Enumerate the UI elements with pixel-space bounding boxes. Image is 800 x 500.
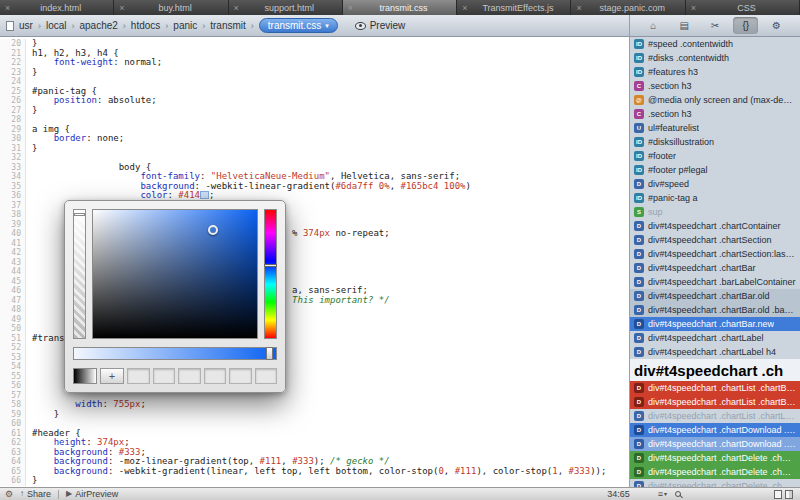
empty-swatch-well[interactable] (229, 368, 252, 384)
navigator-item[interactable]: Ddiv#speed (630, 177, 800, 191)
code-line[interactable]: 60 (0, 419, 629, 429)
navigator-item[interactable]: Ddiv#t4speedchart .chartDelete .chartBar… (630, 465, 800, 479)
navigator-item[interactable]: Ddiv#t4speedchart .chartSection:last-chi… (630, 247, 800, 261)
code-token: position (54, 95, 97, 105)
list-menu-button[interactable]: ≡ ▾ (658, 488, 667, 500)
empty-swatch-well[interactable] (204, 368, 227, 384)
navigator-item[interactable]: Ddiv#t4speedchart .chartBar.new (630, 317, 800, 331)
code-line[interactable]: 22 font-weight: normal; (0, 58, 629, 68)
breadcrumb-item[interactable]: usr (19, 20, 33, 31)
navigator-item[interactable]: Ddiv#t4speedchart .chartBar.old (630, 289, 800, 303)
current-file-pill[interactable]: transmit.css ▾ (259, 18, 338, 33)
navigator-item[interactable]: ID#panic-tag a (630, 191, 800, 205)
navigator-item[interactable]: Ddiv#t4speedchart .chartList .chartBar.n… (630, 381, 800, 395)
navigator-item[interactable]: Uul#featurelist (630, 121, 800, 135)
pages-icon[interactable]: ▤ (672, 17, 697, 34)
navigator-item[interactable]: Ddiv#t4speedchart .chartLabel (630, 331, 800, 345)
navigator-item[interactable]: ID#features h3 (630, 65, 800, 79)
home-icon[interactable]: ⌂ (641, 17, 666, 34)
saturation-brightness-area[interactable] (92, 209, 258, 339)
breadcrumb-item[interactable]: panic (173, 20, 197, 31)
tab-close-icon[interactable]: × (119, 1, 124, 15)
add-swatch-button[interactable]: + (100, 368, 124, 384)
tab-transmit.css[interactable]: ×transmit.css (343, 0, 457, 15)
navigator-item[interactable]: ID#footer p#legal (630, 163, 800, 177)
navigator-item[interactable]: ID#footer (630, 149, 800, 163)
code-line[interactable]: 27} (0, 106, 629, 116)
navigator-item[interactable]: Ddiv#t4speedchart .chartList .chartLabel… (630, 409, 800, 423)
airpreview-button[interactable]: ▶ AirPreview (66, 488, 118, 500)
hue-slider-knob[interactable] (264, 264, 277, 267)
line-number: 26 (0, 96, 26, 106)
single-page-view-icon[interactable] (774, 490, 782, 499)
tab-TransmitEffects.js[interactable]: ×TransmitEffects.js (457, 0, 571, 15)
navigator-item[interactable]: Ddiv#t4speedchart .chartDelete .chartLab… (630, 479, 800, 487)
navigator-item[interactable]: C.section h3 (630, 107, 800, 121)
tab-close-icon[interactable]: × (576, 1, 581, 15)
navigator-item[interactable]: Ssup (630, 205, 800, 219)
navigator-icon[interactable]: {} (733, 17, 758, 34)
code-token (32, 466, 54, 476)
clips-icon[interactable]: ✂ (702, 17, 727, 34)
navigator-item[interactable]: Ddiv#t4speedchart .chartSection (630, 233, 800, 247)
navigator-item[interactable]: Ddiv#t4speedchart .chartLabel h4 (630, 345, 800, 359)
hue-slider[interactable] (264, 209, 277, 339)
navigator-item[interactable]: Ddiv#t4speedchart .chartContainer (630, 219, 800, 233)
navigator-item[interactable]: C.section h3 (630, 79, 800, 93)
tab-close-icon[interactable]: × (691, 1, 696, 15)
tab-close-icon[interactable]: × (348, 1, 353, 15)
navigator-item[interactable]: Ddiv#t4speedchart .chartDelete .chartBar… (630, 451, 800, 465)
zoom-icon[interactable] (675, 491, 681, 497)
code-line[interactable]: 28 (0, 115, 629, 125)
code-token: a img { (32, 124, 70, 134)
breadcrumb-item[interactable]: local (46, 20, 67, 31)
shade-slider[interactable] (73, 347, 277, 360)
tab-close-icon[interactable]: × (234, 1, 239, 15)
navigator-item[interactable]: div#t4speedchart .ch (630, 359, 800, 381)
color-cursor[interactable] (208, 225, 218, 235)
shade-slider-knob[interactable] (266, 347, 273, 360)
navigator-item[interactable]: Ddiv#t4speedchart .barLabelContainer (630, 275, 800, 289)
share-button[interactable]: ↑ Share (20, 488, 51, 500)
tab-close-icon[interactable]: × (462, 1, 467, 15)
code-line[interactable]: 30 border: none; (0, 134, 629, 144)
grayscale-well[interactable] (73, 368, 97, 384)
code-line[interactable]: 58 width: 755px; (0, 400, 629, 410)
navigator-item[interactable]: ID#speed .contentwidth (630, 37, 800, 51)
list-icon: ≡ (658, 488, 663, 500)
navigator-item[interactable]: ID#disks .contentwidth (630, 51, 800, 65)
tab-stage.panic.com[interactable]: ×stage.panic.com (571, 0, 685, 15)
tab-CSS[interactable]: ×CSS (686, 0, 800, 15)
settings-gear-icon[interactable]: ⚙ (5, 488, 13, 500)
preview-button[interactable]: Preview (355, 20, 406, 31)
navigator-item[interactable]: ID#disksillustration (630, 135, 800, 149)
tab-index.html[interactable]: ×index.html (0, 0, 114, 15)
empty-swatch-well[interactable] (255, 368, 278, 384)
split-view-icon[interactable] (785, 490, 793, 499)
code-line[interactable]: 23} (0, 68, 629, 78)
navigator-item[interactable]: Ddiv#t4speedchart .chartList .chartBar.n… (630, 395, 800, 409)
tab-close-icon[interactable]: × (5, 1, 10, 15)
empty-swatch-well[interactable] (178, 368, 201, 384)
tools-icon[interactable]: ⚙ (764, 17, 789, 34)
navigator-item[interactable]: @@media only screen and (max-device-wid (630, 93, 800, 107)
navigator-item[interactable]: Ddiv#t4speedchart .chartDownload .chartB (630, 423, 800, 437)
code-line[interactable]: 31} (0, 144, 629, 154)
navigator-item[interactable]: Ddiv#t4speedchart .chartDownload .chartL (630, 437, 800, 451)
tab-buy.html[interactable]: ×buy.html (114, 0, 228, 15)
code-line[interactable]: 65 background: -webkit-gradient(linear, … (0, 467, 629, 477)
code-line[interactable]: 59 } (0, 410, 629, 420)
tab-support.html[interactable]: ×support.html (229, 0, 343, 15)
code-line[interactable]: 66} (0, 476, 629, 486)
empty-swatch-well[interactable] (153, 368, 176, 384)
alpha-slider[interactable] (73, 209, 86, 339)
breadcrumb-item[interactable]: apache2 (79, 20, 117, 31)
navigator-item[interactable]: Ddiv#t4speedchart .chartBar (630, 261, 800, 275)
navigator-item[interactable]: Ddiv#t4speedchart .chartBar.old .barLabe… (630, 303, 800, 317)
alpha-slider-knob[interactable] (74, 213, 85, 216)
selector-label: sup (648, 207, 663, 217)
breadcrumb-item[interactable]: transmit (210, 20, 246, 31)
code-line[interactable]: 26 position: absolute; (0, 96, 629, 106)
breadcrumb-item[interactable]: htdocs (131, 20, 160, 31)
empty-swatch-well[interactable] (127, 368, 150, 384)
